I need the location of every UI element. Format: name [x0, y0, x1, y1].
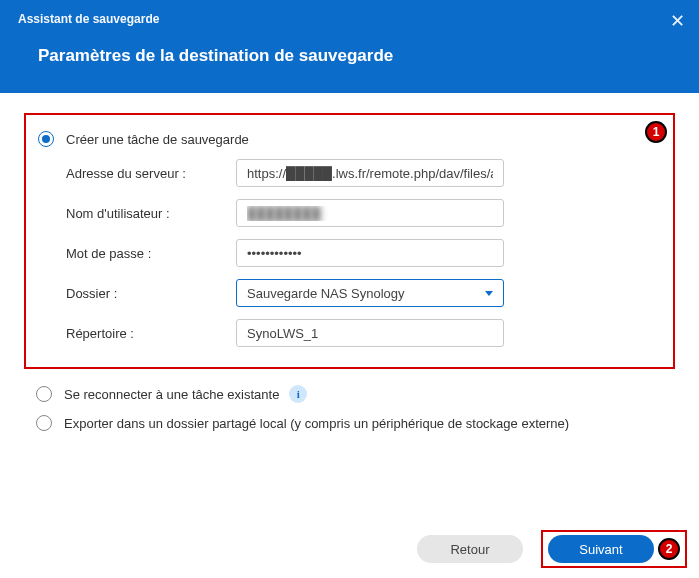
- directory-input[interactable]: [236, 319, 504, 347]
- back-button[interactable]: Retour: [417, 535, 523, 563]
- option-create-task-label: Créer une tâche de sauvegarde: [66, 132, 249, 147]
- step-badge-2: 2: [658, 538, 680, 560]
- chevron-down-icon: [485, 291, 493, 296]
- wizard-header: Assistant de sauvegarde Paramètres de la…: [0, 0, 699, 93]
- option-reconnect[interactable]: Se reconnecter à une tâche existante i: [24, 379, 675, 409]
- folder-select[interactable]: Sauvegarde NAS Synology: [236, 279, 504, 307]
- create-task-panel: 1 Créer une tâche de sauvegarde Adresse …: [24, 113, 675, 369]
- directory-label: Répertoire :: [66, 326, 236, 341]
- page-title: Paramètres de la destination de sauvegar…: [0, 26, 699, 66]
- password-input[interactable]: [236, 239, 504, 267]
- radio-export-local[interactable]: [36, 415, 52, 431]
- breadcrumb: Assistant de sauvegarde: [0, 0, 699, 26]
- radio-reconnect[interactable]: [36, 386, 52, 402]
- server-label: Adresse du serveur :: [66, 166, 236, 181]
- option-export-local[interactable]: Exporter dans un dossier partagé local (…: [24, 409, 675, 437]
- password-label: Mot de passe :: [66, 246, 236, 261]
- row-directory: Répertoire :: [38, 313, 661, 353]
- radio-create-task[interactable]: [38, 131, 54, 147]
- row-server: Adresse du serveur :: [38, 153, 661, 193]
- row-username: Nom d'utilisateur :: [38, 193, 661, 233]
- folder-select-value: Sauvegarde NAS Synology: [247, 286, 405, 301]
- step-badge-1: 1: [645, 121, 667, 143]
- username-label: Nom d'utilisateur :: [66, 206, 236, 221]
- wizard-footer: Retour Suivant 2: [0, 530, 699, 568]
- option-reconnect-label: Se reconnecter à une tâche existante: [64, 387, 279, 402]
- option-export-local-label: Exporter dans un dossier partagé local (…: [64, 416, 569, 431]
- row-folder: Dossier : Sauvegarde NAS Synology: [38, 273, 661, 313]
- option-create-task[interactable]: Créer une tâche de sauvegarde: [38, 125, 661, 153]
- row-password: Mot de passe :: [38, 233, 661, 273]
- folder-label: Dossier :: [66, 286, 236, 301]
- content-area: 1 Créer une tâche de sauvegarde Adresse …: [0, 93, 699, 437]
- next-button-highlight: Suivant 2: [541, 530, 687, 568]
- next-button[interactable]: Suivant: [548, 535, 654, 563]
- close-icon[interactable]: ✕: [670, 10, 685, 32]
- username-input[interactable]: [236, 199, 504, 227]
- server-input[interactable]: [236, 159, 504, 187]
- info-icon[interactable]: i: [289, 385, 307, 403]
